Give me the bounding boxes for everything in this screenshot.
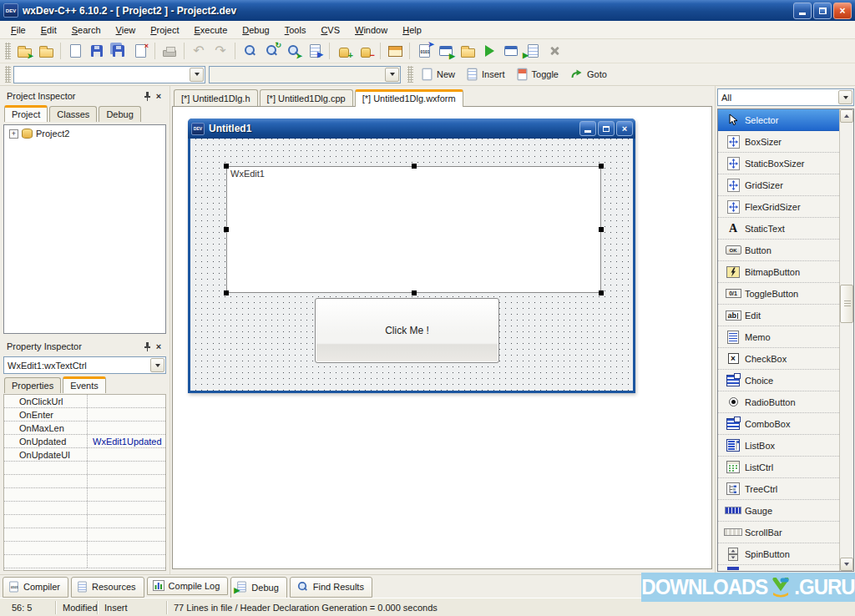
redo-button[interactable]: ↷ — [210, 41, 231, 61]
tree-item-project2[interactable]: + Project2 — [4, 125, 165, 139]
resize-handle[interactable] — [412, 290, 417, 295]
undo-button[interactable]: ↶ — [188, 41, 210, 61]
debug-run-button[interactable]: ▶ — [522, 41, 544, 61]
tab-debug-log[interactable]: ▶ Debug — [230, 577, 286, 599]
compiler-combo[interactable] — [13, 66, 205, 83]
menu-project[interactable]: Project — [143, 22, 186, 38]
palette-item-radiobutton[interactable]: RadioButton — [718, 391, 839, 413]
palette-item-gauge[interactable]: Gauge — [718, 500, 839, 522]
open-file-button[interactable] — [35, 41, 57, 61]
goto-line-button[interactable]: ▶ — [304, 41, 326, 61]
new-file-button[interactable] — [64, 41, 86, 61]
save-button[interactable] — [86, 41, 108, 61]
menu-view[interactable]: View — [109, 22, 144, 38]
scroll-down-button[interactable] — [840, 558, 853, 571]
palette-filter-arrow[interactable] — [838, 90, 852, 104]
resize-handle[interactable] — [224, 290, 229, 295]
compiler-combo-arrow[interactable] — [190, 68, 204, 82]
restore-button[interactable] — [813, 3, 832, 19]
menu-search[interactable]: Search — [64, 22, 109, 38]
run-button[interactable]: ▶ — [435, 41, 457, 61]
abort-button[interactable] — [544, 41, 565, 61]
find-next-button[interactable]: ➤ — [282, 41, 304, 61]
designer-close-button[interactable]: × — [616, 121, 633, 136]
menu-window[interactable]: Window — [347, 22, 395, 38]
resize-handle[interactable] — [224, 227, 229, 232]
wxedit-textctrl[interactable]: WxEdit1 — [226, 166, 601, 293]
palette-item-statictext[interactable]: A StaticText — [718, 218, 839, 240]
event-row[interactable]: OnEnter — [4, 408, 165, 422]
toolbar-grip[interactable] — [407, 66, 413, 83]
tab-compile-log[interactable]: Compile Log — [147, 577, 229, 595]
editor-tab-cpp[interactable]: [*] Untitled1Dlg.cpp — [260, 89, 353, 107]
tab-debug[interactable]: Debug — [99, 106, 140, 122]
palette-item-partial[interactable] — [718, 565, 839, 570]
designer-minimize-button[interactable] — [579, 121, 596, 136]
close-panel-icon[interactable]: × — [153, 90, 164, 102]
resize-handle[interactable] — [599, 164, 604, 169]
palette-item-listbox[interactable]: ListBox — [718, 435, 839, 457]
menu-edit[interactable]: Edit — [33, 22, 64, 38]
object-selector-combo[interactable]: WxEdit1:wxTextCtrl — [3, 356, 166, 374]
designer-form-body[interactable]: WxEdit1 Click Me ! — [190, 139, 633, 391]
add-to-project-button[interactable]: + — [333, 41, 355, 61]
scroll-up-button[interactable] — [840, 109, 853, 123]
menu-cvs[interactable]: CVS — [313, 22, 347, 38]
event-row[interactable]: OnMaxLen — [4, 422, 165, 435]
class-combo[interactable] — [209, 66, 401, 83]
compile-button[interactable]: 0101➤ — [413, 41, 435, 61]
close-panel-icon[interactable]: × — [153, 341, 164, 352]
run-execute-button[interactable] — [478, 41, 500, 61]
palette-item-spinbutton[interactable]: SpinButton — [718, 543, 839, 565]
palette-item-choice[interactable]: Choice — [718, 370, 839, 391]
pin-icon[interactable] — [141, 341, 153, 352]
save-all-button[interactable] — [108, 41, 129, 61]
minimize-button[interactable] — [793, 3, 812, 19]
resize-handle[interactable] — [224, 164, 229, 169]
class-combo-arrow[interactable] — [385, 68, 399, 82]
menu-help[interactable]: Help — [395, 22, 429, 38]
tab-events[interactable]: Events — [63, 376, 106, 393]
palette-item-togglebutton[interactable]: 0/1 ToggleButton — [718, 283, 839, 305]
palette-item-scrollbar[interactable]: ScrollBar — [718, 522, 839, 543]
resize-handle[interactable] — [599, 290, 604, 295]
resize-handle[interactable] — [599, 227, 604, 232]
print-button[interactable] — [159, 41, 180, 61]
menu-tools[interactable]: Tools — [277, 22, 314, 38]
remove-from-project-button[interactable]: − — [355, 41, 377, 61]
palette-scrollbar[interactable] — [839, 109, 853, 571]
tree-expander[interactable]: + — [9, 129, 18, 139]
insert-button[interactable]: Insert — [461, 65, 511, 84]
palette-item-treectrl[interactable]: TreeCtrl — [718, 478, 839, 500]
replace-button[interactable]: ↻ — [261, 41, 282, 61]
tab-properties[interactable]: Properties — [4, 377, 61, 393]
palette-item-staticboxsizer[interactable]: StaticBoxSizer — [718, 153, 839, 174]
event-row[interactable]: OnUpdated WxEdit1Updated — [4, 435, 165, 448]
palette-item-selector[interactable]: Selector — [718, 109, 839, 131]
toggle-button[interactable]: Toggle — [511, 65, 564, 84]
menu-debug[interactable]: Debug — [235, 22, 276, 38]
designer-title-bar[interactable]: DEV Untitled1 × — [188, 119, 635, 139]
form-designer-canvas[interactable]: DEV Untitled1 × WxEdit1 — [172, 106, 712, 569]
scrollbar-thumb[interactable] — [840, 285, 853, 323]
palette-item-edit[interactable]: ab Edit — [718, 305, 839, 326]
menu-file[interactable]: File — [3, 22, 33, 38]
close-button[interactable]: × — [833, 3, 852, 19]
palette-item-gridsizer[interactable]: GridSizer — [718, 174, 839, 196]
palette-item-combobox[interactable]: ComboBox — [718, 413, 839, 435]
compile-run-button[interactable] — [457, 41, 478, 61]
palette-item-flexgridsizer[interactable]: FlexGridSizer — [718, 196, 839, 218]
palette-item-listctrl[interactable]: ListCtrl — [718, 457, 839, 478]
resize-handle[interactable] — [412, 164, 417, 169]
designer-window[interactable]: DEV Untitled1 × WxEdit1 — [188, 119, 635, 393]
goto-button[interactable]: Goto — [564, 65, 613, 84]
tab-resources[interactable]: Resources — [71, 577, 144, 598]
find-button[interactable] — [239, 41, 261, 61]
palette-item-button[interactable]: OK Button — [718, 240, 839, 261]
tab-classes[interactable]: Classes — [49, 106, 97, 122]
close-file-button[interactable]: × — [129, 41, 151, 61]
palette-item-boxsizer[interactable]: BoxSizer — [718, 131, 839, 153]
editor-tab-wxform[interactable]: [*] Untitled1Dlg.wxform — [355, 89, 463, 107]
pin-icon[interactable] — [141, 90, 153, 102]
open-project-button[interactable]: ➤ — [13, 41, 35, 61]
